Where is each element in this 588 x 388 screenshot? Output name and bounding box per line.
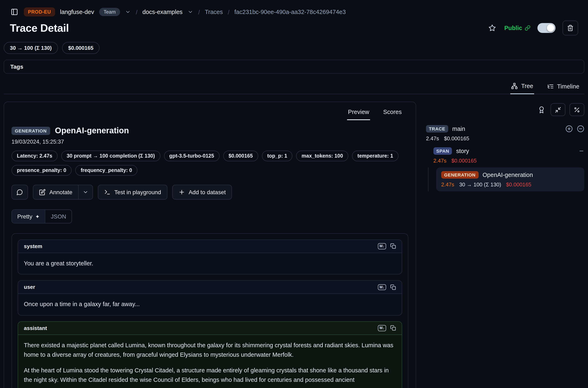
trace-token-usage-pill: 30 → 100 (Σ 130) <box>4 42 58 54</box>
environment-badge[interactable]: PROD-EU <box>24 7 55 17</box>
header-actions: Public <box>487 21 578 35</box>
trace-name: main <box>452 125 465 132</box>
model-pill: gpt-3.5-turbo-0125 <box>164 151 219 161</box>
breadcrumb-project[interactable]: docs-examples <box>142 9 182 15</box>
add-to-dataset-label: Add to dataset <box>188 189 226 195</box>
tree-toolbar <box>426 103 584 116</box>
trace-detail-page: PROD-EU langfuse-dev Team / docs-example… <box>0 0 588 388</box>
collapse-all-button[interactable] <box>577 125 584 132</box>
format-pretty-tab[interactable]: Pretty ✦ <box>12 210 45 223</box>
generation-latency: 2.47s <box>441 181 454 188</box>
tree-node-span[interactable]: SPAN story <box>433 147 584 155</box>
org-plan-badge: Team <box>99 8 120 16</box>
breadcrumb-traces-link[interactable]: Traces <box>205 9 223 15</box>
tree-node-generation-selected[interactable]: GENERATION OpenAI-generation 2.47s 30 → … <box>436 168 584 191</box>
public-share-link[interactable]: Public <box>504 25 530 31</box>
tab-tree[interactable]: Tree <box>511 80 534 94</box>
panel-left-icon <box>11 8 18 16</box>
org-switcher-button[interactable] <box>125 9 131 15</box>
span-badge: SPAN <box>433 147 452 155</box>
tab-scores[interactable]: Scores <box>383 107 403 120</box>
message-content: Once upon a time in a galaxy far, far aw… <box>18 294 402 315</box>
collapse-panel-button[interactable] <box>551 103 565 116</box>
chevron-down-icon <box>83 189 89 195</box>
span-name: story <box>456 148 469 154</box>
message-role-label: system <box>24 243 42 249</box>
observation-metadata-row: Latency: 2.47s 30 prompt → 100 completio… <box>12 151 408 161</box>
award-icon <box>538 106 545 113</box>
generation-row: GENERATION OpenAI-generation <box>441 171 579 179</box>
copy-button[interactable] <box>390 243 396 249</box>
public-toggle[interactable] <box>537 23 556 33</box>
minus-icon <box>579 148 584 154</box>
breadcrumb-separator: / <box>198 8 200 15</box>
markdown-toggle-icon[interactable]: M↓ <box>378 284 386 290</box>
observation-header: GENERATION OpenAI-generation <box>12 126 408 135</box>
span-latency: 2.47s <box>433 158 447 164</box>
annotations-button[interactable] <box>537 105 546 115</box>
trace-badge: TRACE <box>426 125 448 132</box>
plus-icon <box>178 189 185 195</box>
markdown-toggle-icon[interactable]: M↓ <box>378 325 386 331</box>
comment-button[interactable] <box>12 185 28 199</box>
message-tools: M↓ <box>378 325 396 331</box>
tree-view-icon <box>511 83 518 89</box>
breadcrumb-separator: / <box>136 8 137 15</box>
annotate-button[interactable]: Annotate <box>33 185 78 199</box>
observation-metadata-row-2: presence_penalty: 0 frequency_penalty: 0 <box>12 165 408 176</box>
generation-metrics: 2.47s 30 → 100 (Σ 130) $0.000165 <box>441 181 579 188</box>
project-switcher-button[interactable] <box>187 9 193 15</box>
span-children: GENERATION OpenAI-generation 2.47s 30 → … <box>428 168 584 191</box>
format-toggle: Pretty ✦ JSON <box>12 209 72 223</box>
tags-box[interactable]: Tags <box>4 60 584 74</box>
trace-tree-panel: TRACE main 2.47s <box>426 102 584 191</box>
span-cost: $0.000165 <box>452 158 477 164</box>
copy-button[interactable] <box>390 284 396 290</box>
main-content: Preview Scores GENERATION OpenAI-generat… <box>4 102 584 388</box>
test-in-playground-label: Test in playground <box>114 189 161 195</box>
assistant-paragraph: There existed a majestic planet called L… <box>24 341 396 360</box>
trash-icon <box>567 25 574 31</box>
chevron-down-icon <box>125 9 131 15</box>
annotate-dropdown-button[interactable] <box>78 185 92 199</box>
preview-tabs: Preview Scores <box>12 102 408 120</box>
bookmark-trace-button[interactable] <box>487 23 497 33</box>
observation-actions: Annotate Test in playground <box>12 185 408 199</box>
observation-name: OpenAI-generation <box>55 126 129 135</box>
comment-icon <box>17 189 23 195</box>
delete-trace-button[interactable] <box>563 21 578 35</box>
expand-all-button[interactable] <box>565 125 573 132</box>
page-header: Trace Detail Public <box>4 17 584 35</box>
format-json-tab[interactable]: JSON <box>45 210 71 223</box>
plus-circle-icon <box>565 125 573 132</box>
frequency-penalty-pill: frequency_penalty: 0 <box>75 165 137 176</box>
tab-timeline[interactable]: Timeline <box>546 80 580 94</box>
trace-cost: $0.000165 <box>444 135 469 142</box>
collapse-node-button[interactable] <box>579 148 584 154</box>
breadcrumb: PROD-EU langfuse-dev Team / docs-example… <box>4 0 584 17</box>
markdown-toggle-icon[interactable]: M↓ <box>378 243 386 249</box>
link-icon <box>525 25 530 31</box>
sidebar-toggle-button[interactable] <box>10 7 19 17</box>
test-in-playground-button[interactable]: Test in playground <box>98 185 167 199</box>
message-role-label: assistant <box>24 325 47 331</box>
max-tokens-pill: max_tokens: 100 <box>296 151 348 161</box>
message-list: system M↓ You are a great storyteller. <box>12 233 408 388</box>
minimize-icon <box>555 106 561 113</box>
edit-icon <box>39 189 46 195</box>
tab-preview[interactable]: Preview <box>347 107 370 120</box>
copy-button[interactable] <box>390 325 396 331</box>
minus-circle-icon <box>577 125 584 132</box>
generation-tokens: 30 → 100 (Σ 130) <box>459 181 501 188</box>
cost-pill: $0.000165 <box>223 151 258 161</box>
message-assistant: assistant M↓ There existed a majestic pl… <box>18 321 402 388</box>
breadcrumb-organization[interactable]: langfuse-dev <box>60 9 94 15</box>
trace-summary: 30 → 100 (Σ 130) $0.000165 <box>4 42 584 54</box>
add-to-dataset-button[interactable]: Add to dataset <box>172 185 232 199</box>
metrics-toggle-button[interactable] <box>569 103 584 116</box>
chevron-down-icon <box>187 9 193 15</box>
trace-children: SPAN story 2.47s $0.000165 <box>428 147 584 191</box>
latency-pill: Latency: 2.47s <box>12 151 58 161</box>
observation-timestamp: 19/03/2024, 15:25:37 <box>12 139 408 145</box>
tree-node-trace[interactable]: TRACE main <box>426 125 584 132</box>
